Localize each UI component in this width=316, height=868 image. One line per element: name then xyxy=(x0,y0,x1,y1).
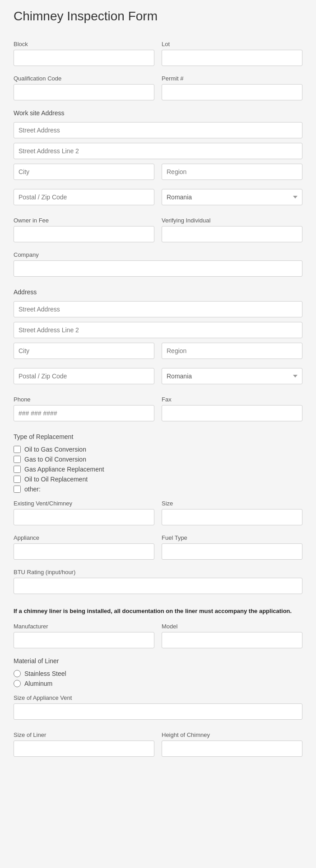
manufacturer-label: Manufacturer xyxy=(14,623,154,630)
form-title: Chimney Inspection Form xyxy=(14,9,302,28)
size-label: Size xyxy=(162,500,302,507)
lot-input[interactable] xyxy=(162,50,302,66)
worksite-postal-input[interactable] xyxy=(14,189,154,205)
permit-input[interactable] xyxy=(162,84,302,100)
appliance-input[interactable] xyxy=(14,543,154,560)
manufacturer-input[interactable] xyxy=(14,632,154,648)
worksite-address-label: Work site Address xyxy=(14,109,302,117)
address-country-select[interactable]: Romania United States United Kingdom Ger… xyxy=(162,368,302,384)
fuel-type-label: Fuel Type xyxy=(162,534,302,541)
stainless-steel-label: Stainless Steel xyxy=(24,670,66,677)
address-postal-input[interactable] xyxy=(14,368,154,384)
oil-to-oil-label: Oil to Oil Replacement xyxy=(24,476,88,483)
fax-label: Fax xyxy=(162,396,302,403)
oil-to-gas-checkbox[interactable] xyxy=(14,446,21,453)
address-label: Address xyxy=(14,288,302,296)
address-region-input[interactable] xyxy=(162,343,302,359)
model-input[interactable] xyxy=(162,632,302,648)
phone-input[interactable] xyxy=(14,405,154,421)
height-of-chimney-input[interactable] xyxy=(162,741,302,757)
size-of-liner-label: Size of Liner xyxy=(14,731,154,738)
company-label: Company xyxy=(14,251,302,258)
block-label: Block xyxy=(14,41,154,47)
other-label: other: xyxy=(24,486,41,493)
size-of-appliance-vent-input[interactable] xyxy=(14,703,302,720)
worksite-city-input[interactable] xyxy=(14,164,154,180)
gas-appliance-replacement-checkbox[interactable] xyxy=(14,466,21,473)
fuel-type-input[interactable] xyxy=(162,543,302,560)
gas-appliance-replacement-label: Gas Appliance Replacement xyxy=(24,466,104,473)
worksite-region-input[interactable] xyxy=(162,164,302,180)
gas-to-oil-checkbox[interactable] xyxy=(14,456,21,463)
qualification-code-input[interactable] xyxy=(14,84,154,100)
permit-label: Permit # xyxy=(162,75,302,82)
other-checkbox[interactable] xyxy=(14,486,21,493)
material-of-liner-label: Material of Liner xyxy=(14,657,302,665)
phone-label: Phone xyxy=(14,396,154,403)
size-of-appliance-vent-label: Size of Appliance Vent xyxy=(14,694,302,701)
height-of-chimney-label: Height of Chimney xyxy=(162,731,302,738)
verifying-individual-input[interactable] xyxy=(162,226,302,242)
owner-in-fee-label: Owner in Fee xyxy=(14,217,154,224)
stainless-steel-radio[interactable] xyxy=(14,670,21,677)
company-input[interactable] xyxy=(14,260,302,277)
gas-to-oil-label: Gas to Oil Conversion xyxy=(24,456,86,463)
appliance-label: Appliance xyxy=(14,534,154,541)
aluminum-label: Aluminum xyxy=(24,680,52,687)
lot-label: Lot xyxy=(162,41,302,47)
btu-rating-input[interactable] xyxy=(14,578,302,594)
existing-vent-label: Existing Vent/Chimney xyxy=(14,500,154,507)
oil-to-gas-label: Oil to Gas Conversion xyxy=(24,446,86,453)
existing-vent-input[interactable] xyxy=(14,509,154,525)
owner-in-fee-input[interactable] xyxy=(14,226,154,242)
address-street-input[interactable] xyxy=(14,301,302,317)
verifying-individual-label: Verifying Individual xyxy=(162,217,302,224)
type-of-replacement-label: Type of Replacement xyxy=(14,433,302,440)
worksite-street-address-line2-input[interactable] xyxy=(14,143,302,159)
worksite-country-select[interactable]: Romania United States United Kingdom Ger… xyxy=(162,189,302,205)
liner-info-text: If a chimney liner is being installed, a… xyxy=(14,607,302,616)
oil-to-oil-checkbox[interactable] xyxy=(14,476,21,483)
model-label: Model xyxy=(162,623,302,630)
fax-input[interactable] xyxy=(162,405,302,421)
address-city-input[interactable] xyxy=(14,343,154,359)
block-input[interactable] xyxy=(14,50,154,66)
size-input[interactable] xyxy=(162,509,302,525)
aluminum-radio[interactable] xyxy=(14,680,21,687)
btu-rating-label: BTU Rating (input/hour) xyxy=(14,569,302,576)
worksite-street-address-input[interactable] xyxy=(14,122,302,138)
size-of-liner-input[interactable] xyxy=(14,741,154,757)
qualification-code-label: Qualification Code xyxy=(14,75,154,82)
address-street-line2-input[interactable] xyxy=(14,322,302,338)
